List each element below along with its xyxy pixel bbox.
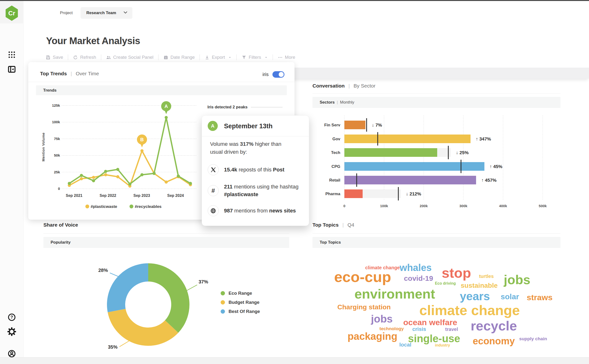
toolbar-save-button[interactable]: Save <box>45 55 63 60</box>
sector-bar-tech[interactable] <box>344 148 437 157</box>
legend-item-budget-range[interactable]: Budget Range <box>221 298 260 307</box>
share-of-voice-donut-chart[interactable]: 37%35%28% <box>84 257 223 355</box>
cloud-word-covid-19[interactable]: covid-19 <box>404 275 433 282</box>
legend-label: Best Of Range <box>229 309 260 314</box>
toolbar-divider <box>68 54 68 60</box>
cloud-word-technology[interactable]: technology <box>379 326 404 331</box>
donut-slice-budget-range[interactable] <box>108 309 178 346</box>
legend-swatch[interactable] <box>85 205 89 208</box>
legend-item-eco-range[interactable]: Eco Range <box>221 289 260 298</box>
cloud-word-eco-cup[interactable]: eco-cup <box>334 270 391 284</box>
toolbar-divider <box>273 54 273 60</box>
project-selector[interactable]: Research Team <box>81 7 132 19</box>
refresh-icon <box>73 55 78 60</box>
horizontal-scrollbar[interactable] <box>0 357 589 364</box>
text-fragment: mentions from <box>233 208 269 214</box>
svg-text:400k: 400k <box>499 204 507 208</box>
project-label: Project <box>60 11 73 15</box>
sector-bar-cpg[interactable] <box>344 162 485 171</box>
cloud-word-single-use[interactable]: single-use <box>408 333 460 344</box>
benchmark-tick <box>356 173 357 187</box>
iris-note-text: Iris detected 2 peaks <box>207 105 247 110</box>
toolbar-date-range-button[interactable]: 1Date Range <box>163 55 195 60</box>
cloud-word-eco-driving[interactable]: Eco driving <box>435 281 456 285</box>
cloud-word-ocean-welfare[interactable]: ocean welfare <box>403 318 457 326</box>
section-title-separator: | <box>349 83 350 89</box>
toolbar-label: Export <box>212 55 225 60</box>
cloud-word-recycle[interactable]: recycle <box>471 319 517 333</box>
legend-label[interactable]: #plasticwaste <box>91 204 117 209</box>
sectors-bar-chart[interactable]: 0100k200k300k400k500kFin Serv↓ 7%Gov↑ 34… <box>312 112 565 214</box>
card-title-separator: | <box>71 71 72 76</box>
text-fragment: Volume was <box>210 141 240 147</box>
toolbar-refresh-button[interactable]: Refresh <box>73 55 96 60</box>
cloud-word-climate-change[interactable]: climate change <box>419 303 520 317</box>
brand-logo[interactable]: Cr <box>5 6 19 21</box>
sector-bar-pharma[interactable] <box>344 189 362 198</box>
sidebar-settings-icon[interactable] <box>7 327 16 336</box>
toolbar-filters-button[interactable]: Filters <box>241 55 268 60</box>
sectors-panel-bar: Sectors | Monthly <box>312 97 560 108</box>
cloud-word-turtles[interactable]: turtles <box>479 274 493 279</box>
cloud-word-jobs[interactable]: jobs <box>504 273 530 286</box>
svg-text:Fin Serv: Fin Serv <box>324 123 341 127</box>
cloud-word-whales[interactable]: whales <box>400 263 431 273</box>
trends-panel-label: Trends <box>43 88 57 93</box>
svg-text:75k: 75k <box>54 137 60 141</box>
svg-text:?: ? <box>11 315 13 320</box>
iris-toggle[interactable] <box>272 71 285 78</box>
sector-bar-fin-serv[interactable] <box>344 121 365 129</box>
svg-text:Sep 2024: Sep 2024 <box>167 194 184 198</box>
svg-text:25k: 25k <box>54 170 60 174</box>
download-icon <box>205 55 210 60</box>
cloud-word-stop[interactable]: stop <box>442 266 471 280</box>
cloud-word-straws[interactable]: straws <box>527 293 553 301</box>
page-title: Your Market Analysis <box>46 35 140 46</box>
cloud-word-travel[interactable]: travel <box>445 327 458 332</box>
cloud-word-solar[interactable]: solar <box>501 293 519 300</box>
sector-bar-retail[interactable] <box>344 176 476 184</box>
sector-bar-gov[interactable] <box>344 135 471 143</box>
card-header-divider <box>28 82 295 82</box>
legend-label[interactable]: #recycleables <box>135 204 162 209</box>
donut-slice-eco-range[interactable] <box>148 263 189 333</box>
cloud-word-jobs[interactable]: jobs <box>371 314 393 324</box>
peak-driver-row: 15.4k reposts of this Post <box>208 164 301 175</box>
cloud-word-crisis[interactable]: crisis <box>412 327 426 332</box>
cloud-word-years[interactable]: years <box>460 291 490 302</box>
donut-slice-best-of-range[interactable] <box>107 263 148 312</box>
top-topics-panel-bar: Top Topics <box>312 237 560 248</box>
sidebar-help-icon[interactable]: ? <box>7 313 16 322</box>
legend-swatch <box>221 309 225 314</box>
x-logo-icon <box>210 167 216 173</box>
toolbar-create-social-panel-button[interactable]: Create Social Panel <box>106 55 154 60</box>
sectors-panel-sub: Monthly <box>340 100 355 105</box>
toolbar-export-button[interactable]: Export <box>205 55 232 60</box>
filter-icon <box>241 55 246 60</box>
sector-change-label: ↓ 212% <box>406 191 421 196</box>
cloud-word-charging-station[interactable]: Charging station <box>337 304 391 311</box>
peak-marker-B[interactable]: B <box>137 135 147 148</box>
cloud-word-packaging[interactable]: packaging <box>348 332 397 341</box>
cloud-word-supply-chain[interactable]: supply chain <box>519 336 547 341</box>
ellipsis-icon <box>278 55 283 60</box>
cloud-word-industry[interactable]: industry <box>435 343 450 347</box>
legend-swatch[interactable] <box>129 205 133 208</box>
cloud-word-economy[interactable]: economy <box>473 336 515 346</box>
peak-marker-A[interactable]: A <box>161 101 171 114</box>
toolbar-divider <box>101 54 101 60</box>
peak-popup-divider <box>202 136 309 136</box>
toolbar-more-button[interactable]: More <box>278 55 295 60</box>
legend-item-best-of-range[interactable]: Best Of Range <box>221 307 260 316</box>
sidebar-profile-icon[interactable] <box>7 349 16 358</box>
card-title-text: Top Trends <box>40 71 67 76</box>
svg-text:200k: 200k <box>420 204 428 208</box>
sidebar-apps-grid-icon[interactable] <box>7 50 16 59</box>
cloud-word-sustainable[interactable]: sustainable <box>461 282 498 289</box>
sidebar: ? <box>0 24 24 364</box>
peak-driver-text: 211 mentions using the hashtag #plasticw… <box>224 183 301 198</box>
cloud-word-local[interactable]: local <box>399 342 411 347</box>
benchmark-tick <box>448 146 449 159</box>
sidebar-collapse-panel-icon[interactable] <box>7 65 16 74</box>
cloud-word-environment[interactable]: environment <box>355 287 435 301</box>
